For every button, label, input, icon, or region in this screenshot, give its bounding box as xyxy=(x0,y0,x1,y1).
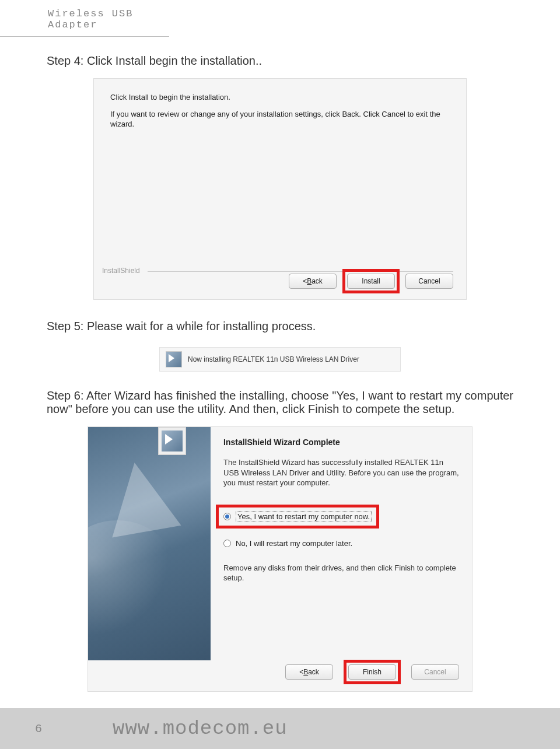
back2-rest: ack xyxy=(308,668,319,676)
back-button-2[interactable]: < Back xyxy=(285,664,333,680)
radio-no[interactable] xyxy=(223,540,231,547)
cancel-label: Cancel xyxy=(418,277,440,285)
install-highlight: Install xyxy=(342,269,400,293)
back-prefix: < xyxy=(303,277,307,285)
wizard-para: The InstallShield Wizard has successfull… xyxy=(223,457,459,488)
radio-yes-label: Yes, I want to restart my computer now. xyxy=(236,511,372,522)
wizard-sidebar xyxy=(88,427,211,660)
finish-highlight: Finish xyxy=(344,660,401,684)
radio-no-label: No, I will restart my computer later. xyxy=(236,539,352,548)
back-button[interactable]: < Back xyxy=(289,274,337,289)
dialog2-button-row: < Back Finish Cancel xyxy=(285,660,459,684)
wizard-title: InstallShield Wizard Complete xyxy=(223,438,459,447)
wizard-para2: Remove any disks from their drives, and … xyxy=(223,563,459,583)
wizard-icon xyxy=(158,427,186,455)
dialog1-line1: Click Install to begin the installation. xyxy=(110,93,450,102)
installshield-legend: InstallShield xyxy=(102,267,142,275)
install-label: Install xyxy=(362,277,380,285)
progress-text: Now installing REALTEK 11n USB Wireless … xyxy=(188,355,359,363)
finish-button[interactable]: Finish xyxy=(348,664,396,680)
step5-text: Step 5: Please wait for a while for inst… xyxy=(47,320,513,333)
install-dialog: Click Install to begin the installation.… xyxy=(93,78,467,300)
step6-text: Step 6: After Wizard has finished the in… xyxy=(47,389,513,416)
cancel-button[interactable]: Cancel xyxy=(405,274,453,289)
radio-no-row[interactable]: No, I will restart my computer later. xyxy=(223,539,459,548)
dialog1-button-row: < Back Install Cancel xyxy=(289,269,453,293)
progress-box: Now installing REALTEK 11n USB Wireless … xyxy=(159,347,401,372)
step4-text: Step 4: Click Install begin the installa… xyxy=(47,54,513,68)
cancel2-label: Cancel xyxy=(424,668,446,676)
page-content: Step 4: Click Install begin the installa… xyxy=(0,37,560,692)
install-button[interactable]: Install xyxy=(347,274,395,289)
page-header: Wireless USB Adapter xyxy=(0,0,169,37)
back2-prefix: < xyxy=(299,668,303,676)
dialog1-line2: If you want to review or change any of y… xyxy=(110,110,449,130)
back2-u: B xyxy=(303,668,308,676)
footer-url: www.modecom.eu xyxy=(113,718,288,740)
back-rest: ack xyxy=(312,277,323,285)
installer-icon xyxy=(166,351,182,368)
header-title: Wireless USB Adapter xyxy=(48,8,133,30)
page-footer: 6 www.modecom.eu xyxy=(0,708,560,749)
cancel-button-2[interactable]: Cancel xyxy=(411,664,459,680)
finish-label: Finish xyxy=(363,668,382,676)
restart-highlight: Yes, I want to restart my computer now. xyxy=(216,505,379,528)
complete-dialog: InstallShield Wizard Complete The Instal… xyxy=(88,426,473,692)
wizard-main: InstallShield Wizard Complete The Instal… xyxy=(215,427,472,660)
radio-yes[interactable] xyxy=(223,513,231,520)
back-u: B xyxy=(307,277,312,285)
radio-yes-row[interactable]: Yes, I want to restart my computer now. xyxy=(223,511,372,522)
page-number: 6 xyxy=(35,722,43,736)
